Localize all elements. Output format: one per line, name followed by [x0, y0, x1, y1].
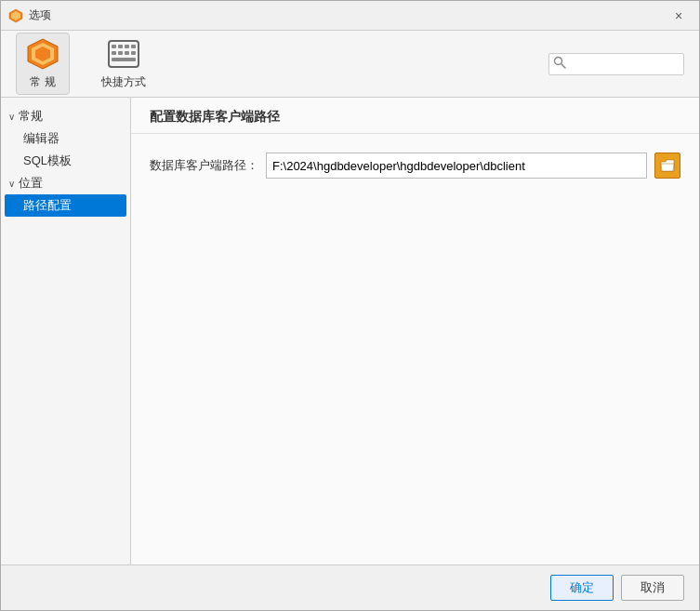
sidebar-section-position-label: 位置 [19, 175, 43, 192]
panel-body: 数据库客户端路径： [131, 134, 699, 565]
general-icon [26, 37, 59, 71]
toolbar-search[interactable] [548, 53, 684, 75]
toolbar-general-label: 常 规 [30, 74, 55, 90]
sidebar-item-editor[interactable]: 编辑器 [1, 127, 130, 150]
window-title: 选项 [29, 7, 666, 23]
shortcut-icon [107, 37, 140, 71]
browse-button[interactable] [654, 153, 680, 179]
svg-rect-13 [131, 51, 136, 55]
sidebar-item-sql-template[interactable]: SQL模板 [1, 150, 130, 172]
window-icon [8, 8, 23, 23]
svg-line-16 [561, 64, 565, 68]
toolbar-item-general[interactable]: 常 规 [16, 33, 70, 95]
db-client-input[interactable] [266, 153, 647, 179]
svg-rect-6 [112, 45, 116, 48]
footer: 确定 取消 [1, 565, 699, 610]
confirm-button[interactable]: 确定 [550, 575, 614, 601]
svg-rect-7 [118, 45, 123, 48]
search-input[interactable] [568, 58, 680, 71]
svg-rect-14 [112, 58, 136, 61]
db-client-form-row: 数据库客户端路径： [150, 153, 680, 179]
close-button[interactable]: × [666, 5, 692, 27]
chevron-general-icon: ∨ [8, 112, 15, 122]
sidebar-item-path-settings[interactable]: 路径配置 [5, 194, 126, 217]
svg-rect-11 [118, 51, 123, 55]
sidebar-section-general-label: 常规 [19, 108, 43, 125]
chevron-position-icon: ∨ [8, 179, 15, 189]
svg-rect-8 [125, 45, 129, 48]
cancel-button[interactable]: 取消 [621, 575, 684, 601]
svg-rect-12 [125, 51, 129, 55]
toolbar-shortcut-label: 快捷方式 [101, 74, 146, 90]
main-panel: 配置数据库客户端路径 数据库客户端路径： [131, 98, 699, 565]
sidebar-section-general[interactable]: ∨ 常规 [1, 105, 130, 127]
sidebar-section-position[interactable]: ∨ 位置 [1, 172, 130, 194]
toolbar-item-shortcut[interactable]: 快捷方式 [92, 33, 155, 94]
panel-title: 配置数据库客户端路径 [131, 98, 699, 134]
search-icon [553, 56, 566, 72]
svg-rect-9 [131, 45, 136, 48]
options-window: 选项 × 常 规 [0, 0, 700, 611]
svg-rect-10 [112, 51, 116, 55]
toolbar: 常 规 快捷方式 [1, 31, 699, 98]
sidebar: ∨ 常规 编辑器 SQL模板 ∨ 位置 路径配置 [1, 98, 131, 565]
content-area: ∨ 常规 编辑器 SQL模板 ∨ 位置 路径配置 配置数据库客户端路径 [1, 98, 699, 565]
db-client-label: 数据库客户端路径： [150, 157, 258, 174]
folder-icon [660, 159, 675, 172]
title-bar: 选项 × [1, 1, 699, 31]
